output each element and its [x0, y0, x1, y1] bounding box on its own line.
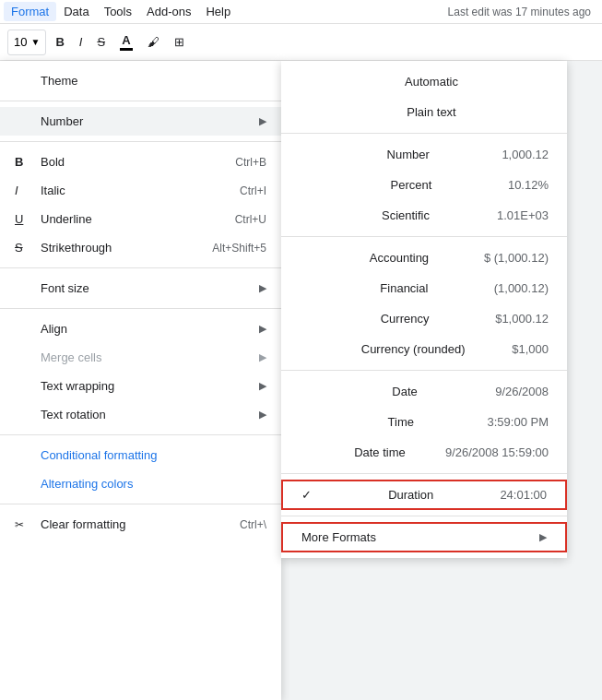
format-date[interactable]: Date 9/26/2008 [281, 376, 567, 407]
main-area: Theme Number ▶ B Bold Ctrl+B I Italic Ct… [0, 61, 602, 700]
text-wrapping-arrow: ▶ [259, 380, 266, 392]
menu-item-strikethrough[interactable]: S Strikethrough Alt+Shift+5 [0, 233, 281, 262]
divider-3 [0, 267, 281, 268]
format-time[interactable]: Time 3:59:00 PM [281, 407, 567, 437]
font-size-label: Font size [41, 281, 89, 295]
text-wrapping-label: Text wrapping [41, 379, 114, 393]
automatic-label: Automatic [405, 75, 458, 89]
menu-item-clear-formatting[interactable]: ✂ Clear formatting Ctrl+\ [0, 510, 281, 539]
text-rotation-arrow: ▶ [259, 409, 266, 421]
menu-item-format[interactable]: Format [4, 2, 56, 21]
font-size-arrow: ▼ [30, 37, 40, 47]
italic-label: Italic [41, 184, 65, 197]
strikethrough-label: Strikethrough [41, 241, 112, 255]
font-color-underline [120, 48, 133, 51]
divider-4 [0, 308, 281, 309]
format-date-time[interactable]: Date time 9/26/2008 15:59:00 [281, 437, 567, 468]
menu-bar: Format Data Tools Add-ons Help Last edit… [0, 0, 602, 24]
format-divider-3 [281, 370, 567, 371]
align-label: Align [41, 322, 67, 336]
currency-rounded-label: Currency (rounded) [361, 342, 466, 356]
last-edit-text: Last edit was 17 minutes ago [448, 6, 598, 18]
number-arrow: ▶ [259, 115, 266, 127]
menu-item-conditional-formatting[interactable]: Conditional formatting [0, 441, 281, 469]
menu-item-underline[interactable]: U Underline Ctrl+U [0, 205, 281, 233]
more-formats-arrow: ▶ [539, 531, 547, 543]
format-divider-1 [281, 133, 567, 134]
format-duration[interactable]: ✓ Duration 24:01:00 [281, 480, 567, 510]
time-value: 3:59:00 PM [488, 415, 549, 429]
font-size-arrow: ▶ [259, 282, 266, 294]
merge-cells-arrow: ▶ [259, 351, 266, 363]
underline-label: Underline [41, 212, 92, 226]
strikethrough-shortcut: Alt+Shift+5 [212, 242, 266, 255]
bold-shortcut: Ctrl+B [235, 156, 266, 169]
font-color-letter: A [122, 33, 130, 47]
number-fmt-label: Number [387, 148, 430, 161]
more-formats-item[interactable]: More Formats ▶ [281, 522, 567, 552]
bold-button[interactable]: B [50, 31, 69, 53]
clear-formatting-shortcut: Ctrl+\ [240, 518, 266, 531]
accounting-value: $ (1,000.12) [484, 251, 549, 265]
format-divider-2 [281, 236, 567, 237]
menu-item-italic[interactable]: I Italic Ctrl+I [0, 176, 281, 205]
format-financial[interactable]: Financial (1,000.12) [281, 273, 567, 303]
italic-icon: I [15, 184, 30, 197]
underline-icon: U [15, 212, 30, 226]
paint-format-button[interactable]: 🖌 [142, 31, 165, 53]
date-label: Date [392, 385, 417, 398]
format-currency-rounded[interactable]: Currency (rounded) $1,000 [281, 334, 567, 364]
duration-value: 24:01:00 [500, 488, 547, 502]
conditional-formatting-label: Conditional formatting [41, 448, 157, 462]
menu-item-help[interactable]: Help [198, 2, 238, 21]
menu-item-theme[interactable]: Theme [0, 66, 281, 95]
menu-item-merge-cells[interactable]: Merge cells ▶ [0, 343, 281, 372]
format-currency[interactable]: Currency $1,000.12 [281, 303, 567, 334]
clear-formatting-icon: ✂ [15, 518, 30, 531]
date-value: 9/26/2008 [495, 385, 549, 398]
font-size-value: 10 [14, 35, 27, 49]
format-divider-5 [281, 516, 567, 516]
menu-item-align[interactable]: Align ▶ [0, 314, 281, 343]
number-submenu: Automatic Plain text Number 1,000.12 Per… [281, 61, 567, 558]
menu-item-data[interactable]: Data [56, 2, 96, 21]
strikethrough-button[interactable]: S [91, 31, 111, 53]
menu-item-addons[interactable]: Add-ons [139, 2, 198, 21]
merge-cells-label: Merge cells [41, 350, 101, 364]
format-accounting[interactable]: Accounting $ (1,000.12) [281, 243, 567, 273]
menu-item-tools[interactable]: Tools [97, 2, 139, 21]
format-percent[interactable]: Percent 10.12% [281, 170, 567, 200]
financial-value: (1,000.12) [494, 281, 549, 295]
format-plain-text[interactable]: Plain text [281, 97, 567, 127]
menu-item-text-wrapping[interactable]: Text wrapping ▶ [0, 372, 281, 400]
theme-label: Theme [41, 74, 77, 88]
alternating-colors-label: Alternating colors [41, 477, 133, 491]
menu-item-number[interactable]: Number ▶ [0, 107, 281, 136]
currency-rounded-value: $1,000 [512, 342, 549, 356]
format-scientific[interactable]: Scientific 1.01E+03 [281, 200, 567, 231]
italic-shortcut: Ctrl+I [240, 184, 266, 197]
menu-item-font-size[interactable]: Font size ▶ [0, 274, 281, 303]
align-arrow: ▶ [259, 323, 266, 335]
clear-formatting-label: Clear formatting [41, 517, 125, 531]
divider-5 [0, 434, 281, 435]
italic-button[interactable]: I [74, 31, 89, 53]
bold-label: Bold [41, 155, 65, 169]
grid-button[interactable]: ⊞ [169, 31, 190, 53]
font-size-select[interactable]: 10 ▼ [7, 30, 46, 55]
currency-value: $1,000.12 [495, 312, 549, 326]
format-number[interactable]: Number 1,000.12 [281, 139, 567, 170]
financial-label: Financial [380, 281, 428, 295]
text-rotation-label: Text rotation [41, 408, 106, 421]
accounting-label: Accounting [370, 251, 429, 265]
font-color-button[interactable]: A [114, 30, 138, 54]
menu-item-alternating-colors[interactable]: Alternating colors [0, 469, 281, 498]
divider-2 [0, 141, 281, 142]
menu-item-bold[interactable]: B Bold Ctrl+B [0, 148, 281, 176]
bold-icon: B [15, 155, 30, 169]
time-label: Time [388, 415, 414, 429]
number-fmt-value: 1,000.12 [502, 148, 549, 161]
more-formats-label: More Formats [301, 530, 376, 544]
format-automatic[interactable]: Automatic [281, 66, 567, 97]
menu-item-text-rotation[interactable]: Text rotation ▶ [0, 400, 281, 429]
